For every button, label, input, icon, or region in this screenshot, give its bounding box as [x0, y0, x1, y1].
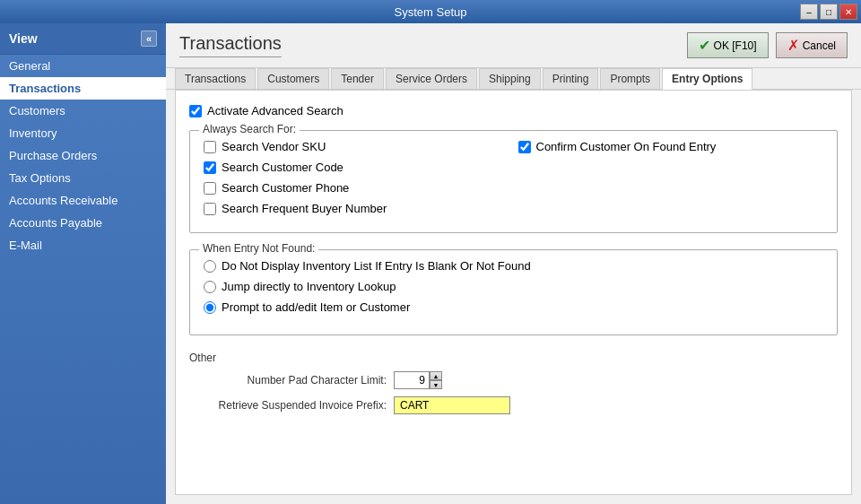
header-buttons: ✔ OK [F10] ✗ Cancel	[687, 32, 848, 58]
tab-tender[interactable]: Tender	[331, 68, 384, 89]
sidebar: View « General Transactions Customers In…	[0, 23, 166, 504]
activate-advanced-search-label: Activate Advanced Search	[207, 104, 344, 117]
jump-directly-label: Jump directly to Inventory Lookup	[222, 280, 396, 293]
when-entry-not-found-label: When Entry Not Found:	[199, 242, 318, 255]
sidebar-item-accounts-payable[interactable]: Accounts Payable	[0, 212, 166, 234]
activate-advanced-search-row: Activate Advanced Search	[189, 104, 838, 117]
sidebar-item-customers[interactable]: Customers	[0, 100, 166, 122]
confirm-customer-row: Confirm Customer On Found Entry	[518, 140, 824, 153]
title-bar-buttons: – □ ✕	[800, 4, 857, 20]
cancel-x-icon: ✗	[787, 37, 799, 54]
tabs-container: Transactions Customers Tender Service Or…	[166, 68, 861, 90]
do-not-display-label: Do Not Display Inventory List If Entry I…	[222, 259, 531, 273]
always-search-for-options: Search Vendor SKU Confirm Customer On Fo…	[204, 140, 823, 219]
content-area: Transactions ✔ OK [F10] ✗ Cancel Transac…	[166, 23, 861, 504]
sidebar-header: View «	[0, 23, 166, 55]
customer-phone-checkbox[interactable]	[204, 182, 216, 195]
sidebar-item-accounts-receivable[interactable]: Accounts Receivable	[0, 189, 166, 212]
title-bar-text: System Setup	[395, 5, 467, 19]
frequent-buyer-row: Search Frequent Buyer Number	[204, 202, 509, 215]
cancel-button-label: Cancel	[803, 39, 836, 52]
tab-printing[interactable]: Printing	[543, 68, 599, 89]
number-pad-input[interactable]	[394, 371, 430, 389]
number-pad-spinners: ▲ ▼	[430, 371, 442, 389]
number-pad-input-wrap: ▲ ▼	[394, 371, 442, 389]
tab-shipping[interactable]: Shipping	[479, 68, 541, 89]
other-section-label: Other	[189, 352, 838, 364]
sidebar-item-email[interactable]: E-Mail	[0, 234, 166, 256]
title-bar: System Setup – □ ✕	[0, 0, 861, 23]
customer-code-checkbox[interactable]	[204, 161, 216, 174]
customer-code-row: Search Customer Code	[204, 161, 509, 174]
cancel-button[interactable]: ✗ Cancel	[776, 32, 848, 58]
tab-service-orders[interactable]: Service Orders	[386, 68, 477, 89]
suspended-invoice-input[interactable]	[394, 396, 510, 414]
page-title: Transactions	[179, 33, 282, 57]
sidebar-heading: View	[9, 31, 38, 46]
maximize-button[interactable]: □	[820, 4, 838, 20]
sidebar-item-purchase-orders[interactable]: Purchase Orders	[0, 144, 166, 167]
confirm-customer-label: Confirm Customer On Found Entry	[536, 140, 717, 153]
sidebar-item-general[interactable]: General	[0, 55, 166, 77]
number-pad-label: Number Pad Character Limit:	[189, 374, 387, 387]
customer-phone-row: Search Customer Phone	[204, 181, 509, 195]
customer-phone-label: Search Customer Phone	[222, 181, 349, 195]
prompt-add-edit-radio[interactable]	[204, 301, 216, 314]
suspended-invoice-row: Retrieve Suspended Invoice Prefix:	[189, 396, 838, 414]
vendor-sku-checkbox[interactable]	[204, 141, 216, 153]
prompt-add-edit-label: Prompt to add/edit Item or Customer	[222, 300, 410, 314]
sidebar-collapse-button[interactable]: «	[141, 30, 157, 47]
minimize-button[interactable]: –	[800, 4, 818, 20]
when-entry-not-found-group: When Entry Not Found: Do Not Display Inv…	[189, 249, 838, 335]
number-pad-row: Number Pad Character Limit: ▲ ▼	[189, 371, 838, 389]
sidebar-item-tax-options[interactable]: Tax Options	[0, 167, 166, 189]
sidebar-item-transactions[interactable]: Transactions	[0, 77, 166, 100]
always-search-for-label: Always Search For:	[199, 123, 300, 135]
jump-directly-radio[interactable]	[204, 281, 216, 293]
ok-button[interactable]: ✔ OK [F10]	[687, 32, 769, 58]
always-search-for-group: Always Search For: Search Vendor SKU Con…	[189, 130, 838, 233]
do-not-display-row: Do Not Display Inventory List If Entry I…	[204, 259, 823, 273]
frequent-buyer-label: Search Frequent Buyer Number	[222, 202, 387, 215]
main-container: View « General Transactions Customers In…	[0, 23, 861, 504]
customer-code-label: Search Customer Code	[222, 161, 344, 174]
number-pad-down-button[interactable]: ▼	[430, 380, 442, 389]
tab-content-entry-options: Activate Advanced Search Always Search F…	[175, 90, 852, 495]
confirm-customer-checkbox[interactable]	[518, 141, 531, 153]
tab-entry-options[interactable]: Entry Options	[662, 68, 752, 90]
sidebar-item-inventory[interactable]: Inventory	[0, 122, 166, 144]
close-button[interactable]: ✕	[839, 4, 857, 20]
jump-directly-row: Jump directly to Inventory Lookup	[204, 280, 823, 293]
ok-checkmark-icon: ✔	[699, 37, 710, 54]
page-header: Transactions ✔ OK [F10] ✗ Cancel	[166, 23, 861, 68]
other-section: Other Number Pad Character Limit: ▲ ▼ Re…	[189, 352, 838, 414]
tab-customers[interactable]: Customers	[257, 68, 329, 89]
frequent-buyer-checkbox[interactable]	[204, 203, 216, 215]
tab-transactions[interactable]: Transactions	[175, 68, 256, 89]
tab-prompts[interactable]: Prompts	[600, 68, 660, 89]
vendor-sku-row: Search Vendor SKU	[204, 140, 509, 153]
prompt-add-edit-row: Prompt to add/edit Item or Customer	[204, 300, 823, 314]
ok-button-label: OK [F10]	[714, 39, 757, 52]
number-pad-up-button[interactable]: ▲	[430, 371, 442, 380]
do-not-display-radio[interactable]	[204, 260, 216, 273]
activate-advanced-search-checkbox[interactable]	[189, 105, 202, 117]
vendor-sku-label: Search Vendor SKU	[222, 140, 326, 153]
suspended-invoice-label: Retrieve Suspended Invoice Prefix:	[189, 399, 387, 412]
